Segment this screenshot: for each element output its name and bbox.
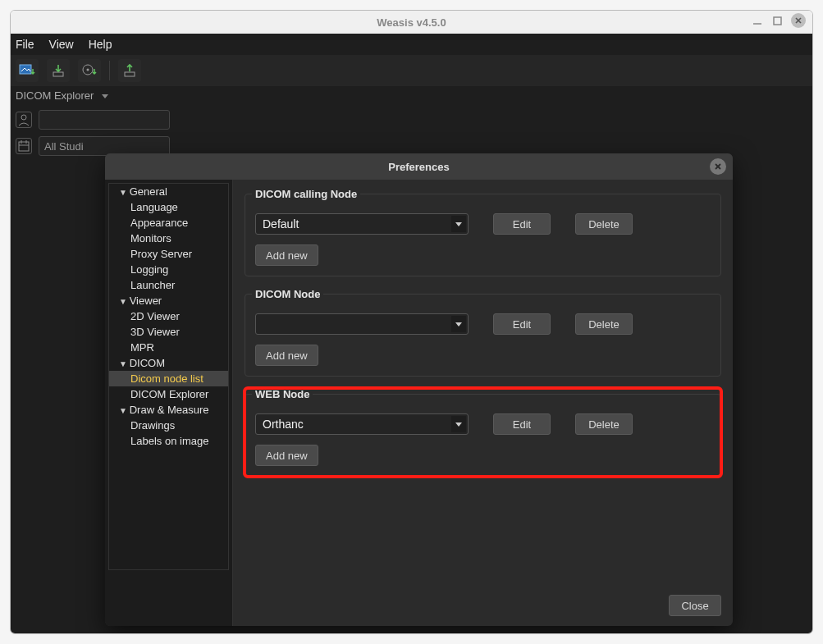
menu-view[interactable]: View [49, 38, 74, 51]
tree-item-labels[interactable]: Labels on image [109, 433, 228, 449]
svg-point-7 [87, 69, 89, 71]
svg-marker-18 [455, 322, 462, 327]
study-filter-label: All Studi [44, 140, 84, 153]
tree-cat-draw[interactable]: Draw & Measure [109, 402, 228, 418]
chevron-down-icon [451, 216, 466, 232]
tree-item-drawings[interactable]: Drawings [109, 418, 228, 433]
preferences-content: DICOM calling Node Default Edit Delete A… [233, 180, 733, 626]
patient-search-input[interactable] [39, 110, 170, 130]
patient-icon[interactable] [16, 112, 32, 128]
preferences-tree: General Language Appearance Monitors Pro… [105, 180, 233, 626]
close-window-icon[interactable] [791, 13, 806, 28]
tree-item-logging[interactable]: Logging [109, 262, 228, 277]
toolbar-disc-import-icon[interactable] [78, 59, 101, 82]
section-calling-title: DICOM calling Node [252, 188, 360, 200]
calling-delete-button[interactable]: Delete [575, 213, 633, 235]
app-body: File View Help DICOM Explorer [11, 34, 812, 633]
section-dicom-title: DICOM Node [252, 288, 323, 300]
dicom-delete-button[interactable]: Delete [575, 313, 633, 335]
tree-cat-viewer[interactable]: Viewer [109, 293, 228, 308]
tree-item-3d-viewer[interactable]: 3D Viewer [109, 324, 228, 340]
svg-point-10 [21, 115, 26, 120]
toolbar-import-icon[interactable] [47, 59, 70, 82]
tree-item-monitors[interactable]: Monitors [109, 231, 228, 246]
svg-rect-1 [774, 17, 781, 25]
section-web-node: WEB Node Orthanc Edit Delete Add new [245, 388, 721, 477]
web-edit-button[interactable]: Edit [493, 413, 551, 435]
preferences-dialog: Preferences General Language Appearance … [105, 153, 733, 626]
tree-item-dicom-explorer[interactable]: DICOM Explorer [109, 386, 228, 402]
menu-file[interactable]: File [16, 38, 34, 51]
explorer-dropdown-icon[interactable] [100, 92, 110, 100]
calling-add-button[interactable]: Add new [255, 244, 318, 266]
svg-rect-5 [53, 72, 63, 76]
calling-edit-button[interactable]: Edit [493, 213, 551, 235]
svg-rect-8 [125, 72, 135, 76]
maximize-icon[interactable] [771, 15, 783, 26]
svg-marker-19 [455, 422, 462, 427]
toolbar-import-image-icon[interactable] [16, 59, 39, 82]
svg-rect-11 [19, 142, 29, 151]
explorer-title: DICOM Explorer [16, 89, 94, 102]
calling-node-select[interactable]: Default [255, 213, 469, 235]
tree-item-proxy[interactable]: Proxy Server [109, 246, 228, 262]
tree-item-mpr[interactable]: MPR [109, 340, 228, 355]
web-add-button[interactable]: Add new [255, 445, 318, 466]
tree-item-appearance[interactable]: Appearance [109, 215, 228, 231]
dicom-edit-button[interactable]: Edit [493, 313, 551, 335]
minimize-icon[interactable] [752, 15, 763, 26]
web-node-value: Orthanc [263, 418, 304, 431]
calling-node-value: Default [263, 217, 299, 231]
menubar: File View Help [11, 34, 812, 55]
svg-marker-17 [455, 222, 462, 226]
menu-help[interactable]: Help [89, 38, 112, 51]
dialog-close-icon[interactable] [710, 158, 726, 175]
chevron-down-icon [451, 316, 466, 332]
explorer-header: DICOM Explorer [11, 86, 812, 105]
chevron-down-icon [451, 416, 466, 432]
titlebar: Weasis v4.5.0 [11, 11, 812, 34]
main-window: Weasis v4.5.0 File View Help [10, 10, 813, 634]
dicom-add-button[interactable]: Add new [255, 345, 318, 366]
calendar-icon[interactable] [16, 138, 32, 154]
svg-marker-9 [102, 94, 108, 98]
dicom-node-select[interactable] [255, 313, 469, 335]
dialog-titlebar: Preferences [105, 153, 733, 180]
tree-item-language[interactable]: Language [109, 199, 228, 215]
toolbar [11, 55, 812, 86]
tree-item-launcher[interactable]: Launcher [109, 277, 228, 293]
toolbar-separator [109, 61, 110, 80]
window-title: Weasis v4.5.0 [377, 16, 446, 29]
tree-item-dicom-node-list[interactable]: Dicom node list [109, 371, 228, 386]
web-delete-button[interactable]: Delete [575, 413, 633, 435]
tree-item-2d-viewer[interactable]: 2D Viewer [109, 308, 228, 324]
dialog-title: Preferences [388, 161, 449, 173]
section-calling-node: DICOM calling Node Default Edit Delete A… [245, 188, 721, 276]
toolbar-export-icon[interactable] [118, 59, 141, 82]
web-node-select[interactable]: Orthanc [255, 413, 469, 435]
section-dicom-node: DICOM Node Edit Delete Add new [245, 288, 721, 377]
close-button[interactable]: Close [669, 595, 721, 616]
tree-cat-general[interactable]: General [109, 184, 228, 199]
tree-cat-dicom[interactable]: DICOM [109, 355, 228, 371]
section-web-title: WEB Node [252, 388, 313, 400]
